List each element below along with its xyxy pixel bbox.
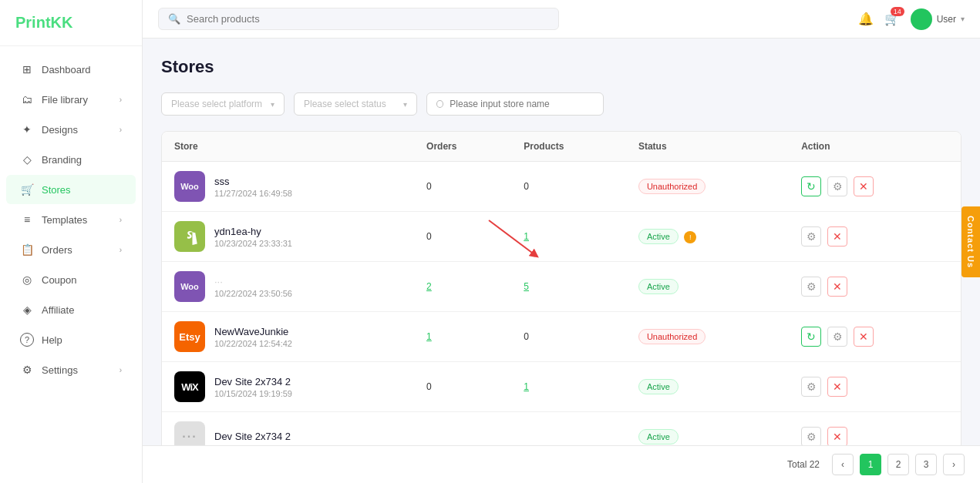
refresh-button[interactable]: ↻	[801, 327, 821, 347]
settings-button[interactable]: ⚙	[801, 377, 821, 397]
filter-circle-icon	[436, 100, 443, 108]
table-row: Etsy NewWaveJunkie 10/22/2024 12:54:42 1…	[162, 312, 961, 362]
orders-value[interactable]: 2	[426, 281, 432, 292]
woo-logo: Woo	[174, 171, 205, 202]
sidebar-item-stores[interactable]: 🛒 Stores	[6, 175, 136, 204]
products-value[interactable]: 1	[524, 381, 529, 392]
chevron-down-icon: ▾	[403, 100, 407, 109]
header: 🔍 🔔 🛒 14 User ▾	[143, 0, 980, 39]
search-box[interactable]: 🔍	[158, 8, 559, 30]
pagination: Total 22 ‹ 1 2 3 ›	[143, 445, 980, 483]
settings-button[interactable]: ⚙	[801, 277, 821, 297]
col-orders: Orders	[414, 132, 511, 162]
col-products: Products	[511, 132, 626, 162]
prev-page-button[interactable]: ‹	[832, 454, 854, 475]
sidebar-item-coupon[interactable]: ◎ Coupon	[6, 265, 136, 294]
delete-button[interactable]: ✕	[827, 377, 847, 397]
settings-button[interactable]: ⚙	[801, 226, 821, 247]
sidebar-item-label: File library	[42, 94, 88, 106]
delete-button[interactable]: ✕	[827, 277, 847, 297]
chevron-right-icon: ›	[120, 366, 122, 374]
chevron-down-icon: ▾	[271, 100, 274, 109]
sidebar-item-help[interactable]: ? Help	[6, 325, 136, 354]
contact-us-button[interactable]: Contact Us	[961, 206, 980, 277]
store-cell: Woo ··· 10/22/2024 23:50:56	[174, 271, 402, 302]
sidebar-item-label: Settings	[42, 364, 78, 376]
sidebar-item-branding[interactable]: ◇ Branding	[6, 145, 136, 174]
shopify-logo	[174, 221, 205, 252]
col-store: Store	[162, 132, 414, 162]
sidebar-item-dashboard[interactable]: ⊞ Dashboard	[6, 55, 136, 84]
status-badge: Unauthorized	[638, 329, 706, 344]
sidebar-item-file-library[interactable]: 🗂 File library ›	[6, 85, 136, 114]
orders-value: 0	[426, 381, 432, 392]
page-2-button[interactable]: 2	[887, 454, 909, 475]
settings-button[interactable]: ⚙	[827, 176, 847, 196]
action-buttons: ⚙ ✕	[801, 427, 948, 445]
user-info[interactable]: User ▾	[911, 8, 965, 30]
next-page-button[interactable]: ›	[943, 454, 965, 475]
action-buttons: ⚙ ✕	[801, 377, 948, 397]
chevron-right-icon: ›	[120, 126, 122, 134]
page-title: Stores	[161, 57, 961, 77]
stores-icon: 🛒	[20, 183, 34, 196]
notification-bell[interactable]: 🔔	[858, 12, 874, 26]
sidebar-item-label: Branding	[42, 154, 82, 166]
products-value: 0	[524, 181, 529, 192]
store-date: 10/22/2024 23:50:56	[214, 289, 292, 298]
logo-name: Print	[15, 14, 51, 31]
page-1-button[interactable]: 1	[860, 454, 881, 475]
file-library-icon: 🗂	[20, 92, 34, 106]
action-buttons: ⚙ ✕	[801, 277, 948, 297]
store-name-input[interactable]	[450, 99, 594, 109]
products-value[interactable]: 5	[524, 281, 529, 292]
status-filter[interactable]: Please select status ▾	[294, 92, 417, 116]
sidebar-item-label: Templates	[42, 214, 87, 226]
avatar	[911, 8, 932, 30]
store-info: NewWaveJunkie 10/22/2024 12:54:42	[214, 326, 292, 348]
delete-button[interactable]: ✕	[854, 327, 874, 347]
col-status: Status	[626, 132, 789, 162]
delete-button[interactable]: ✕	[827, 226, 847, 247]
sidebar-item-label: Affiliate	[42, 304, 74, 316]
sidebar-item-templates[interactable]: ≡ Templates ›	[6, 205, 136, 234]
platform-filter-label: Please select platform	[171, 99, 266, 109]
page-3-button[interactable]: 3	[915, 454, 937, 475]
sidebar-item-label: Stores	[42, 184, 71, 196]
designs-icon: ✦	[20, 122, 34, 136]
settings-button[interactable]: ⚙	[801, 427, 821, 445]
delete-button[interactable]: ✕	[854, 176, 874, 196]
table-row: ··· Dev Site 2x734 2 Active	[162, 412, 961, 446]
table-row: ydn1ea-hy 10/23/2024 23:33:31 0 1	[162, 212, 961, 262]
store-name: ydn1ea-hy	[214, 226, 292, 237]
search-input[interactable]	[187, 13, 549, 25]
sidebar-item-affiliate[interactable]: ◈ Affiliate	[6, 295, 136, 324]
settings-button[interactable]: ⚙	[827, 327, 847, 347]
sidebar: PrintKK ⊞ Dashboard 🗂 File library › ✦ D…	[0, 0, 143, 483]
sidebar-item-designs[interactable]: ✦ Designs ›	[6, 115, 136, 144]
sidebar-item-orders[interactable]: 📋 Orders ›	[6, 235, 136, 264]
status-badge: Unauthorized	[638, 179, 706, 194]
logo: PrintKK	[0, 0, 142, 46]
orders-icon: 📋	[20, 243, 34, 257]
orders-value[interactable]: 1	[426, 331, 432, 342]
pagination-total: Total 22	[787, 459, 820, 470]
branding-icon: ◇	[20, 153, 34, 166]
sidebar-item-settings[interactable]: ⚙ Settings ›	[6, 355, 136, 384]
store-date: 11/27/2024 16:49:58	[214, 189, 292, 198]
chevron-right-icon: ›	[120, 216, 122, 224]
store-name: Dev Site 2x734 2	[214, 431, 291, 442]
delete-button[interactable]: ✕	[827, 427, 847, 445]
products-value[interactable]: 1	[524, 231, 529, 242]
cart-icon[interactable]: 🛒 14	[884, 12, 900, 26]
help-icon: ?	[20, 333, 34, 347]
table-row: WiX Dev Site 2x734 2 10/15/2024 19:19:59…	[162, 362, 961, 412]
store-name-filter[interactable]	[426, 92, 604, 116]
warning-icon: !	[684, 231, 696, 243]
store-cell: ··· Dev Site 2x734 2	[174, 421, 402, 445]
table-row: Woo sss 11/27/2024 16:49:58 0 0 Unauthor…	[162, 162, 961, 212]
platform-filter[interactable]: Please select platform ▾	[161, 92, 285, 116]
refresh-button[interactable]: ↻	[801, 176, 821, 196]
coupon-icon: ◎	[20, 273, 34, 287]
header-actions: 🔔 🛒 14 User ▾	[858, 8, 965, 30]
